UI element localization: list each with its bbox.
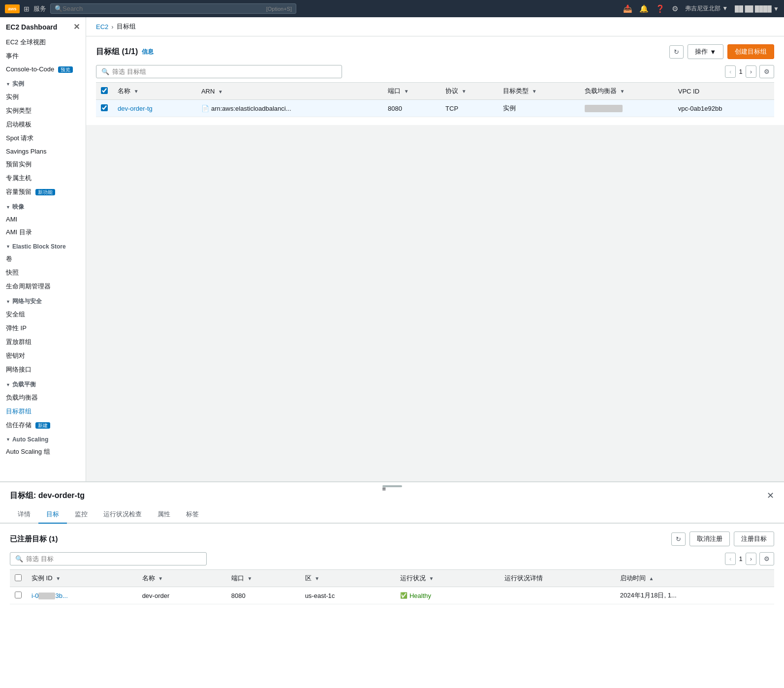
sidebar-item-instance-types[interactable]: 实例类型: [0, 104, 86, 118]
search-shortcut: [Option+S]: [266, 6, 292, 12]
global-search[interactable]: 🔍 [Option+S]: [50, 3, 296, 14]
section-auto-scaling: Auto Scaling: [0, 432, 86, 445]
sidebar-item-snapshots[interactable]: 快照: [0, 266, 86, 280]
subcol-start-time: 启动时间 ▲: [615, 570, 774, 587]
instance-health-details-cell: [500, 587, 615, 604]
subtable-prev-button[interactable]: ‹: [725, 553, 736, 565]
section-load-balancing: 负载平衡: [0, 376, 86, 391]
subtable-row[interactable]: i-0████3b... dev-order 8080 us-east-1c ✅…: [10, 587, 774, 604]
sidebar-item-target-groups[interactable]: 目标群组: [0, 405, 86, 418]
breadcrumb-ec2-link[interactable]: EC2: [96, 23, 108, 31]
sidebar-header: EC2 Dashboard ✕: [0, 17, 86, 35]
instance-port-cell: 8080: [226, 587, 300, 604]
table-header-row: 目标组 (1/1) 信息 ↻ 操作 ▼ 创建目标组: [96, 44, 774, 59]
sidebar-item-console-to-code[interactable]: Console-to-Code 预览: [0, 63, 86, 76]
search-input[interactable]: [63, 5, 262, 12]
sidebar-item-instances[interactable]: 实例: [0, 90, 86, 104]
actions-dropdown-icon: ▼: [710, 48, 716, 56]
sidebar-close-button[interactable]: ✕: [73, 22, 80, 31]
subtable-select-all[interactable]: [15, 574, 22, 581]
col-arn: ARN ▼: [196, 83, 383, 100]
notifications-icon[interactable]: 📥: [623, 4, 632, 13]
select-all-checkbox[interactable]: [101, 87, 108, 94]
account-menu[interactable]: ██ ██ ████ ▼: [735, 5, 779, 12]
prev-page-button[interactable]: ‹: [725, 65, 736, 78]
sidebar-item-ami-catalog[interactable]: AMI 目录: [0, 225, 86, 239]
tab-health-check[interactable]: 运行状况检查: [95, 506, 150, 524]
subtable-search-input[interactable]: [26, 555, 201, 563]
subtable-row-checkbox[interactable]: [15, 592, 22, 598]
sidebar-item-auto-scaling-groups[interactable]: Auto Scaling 组: [0, 445, 86, 459]
subcol-name: 名称 ▼: [137, 570, 226, 587]
cancel-registration-button[interactable]: 取消注册: [690, 532, 730, 546]
sidebar-item-network-interfaces[interactable]: 网络接口: [0, 363, 86, 376]
sidebar-title: EC2 Dashboard: [6, 23, 57, 31]
protocol-cell: TCP: [440, 100, 498, 117]
section-network-security: 网络与安全: [0, 293, 86, 308]
target-groups-table: 名称 ▼ ARN ▼ 端口 ▼ 协议 ▼ 目标类型 ▼ 负载均衡器 ▼ VPC …: [96, 82, 774, 117]
sidebar-item-load-balancers[interactable]: 负载均衡器: [0, 391, 86, 405]
settings-icon[interactable]: ⚙: [672, 4, 678, 13]
sidebar-item-capacity-reservations[interactable]: 容量预留 新功能: [0, 185, 86, 199]
create-target-group-button[interactable]: 创建目标组: [727, 44, 774, 59]
col-port: 端口 ▼: [383, 83, 440, 100]
subtable-search-icon: 🔍: [15, 555, 23, 563]
registered-targets-table: 实例 ID ▼ 名称 ▼ 端口 ▼ 区 ▼ 运行状况 ▼ 运行状况详情 启动时间…: [10, 569, 774, 604]
tab-tags[interactable]: 标签: [178, 506, 207, 524]
instance-id-link[interactable]: i-0████3b...: [31, 592, 68, 599]
target-type-cell: 实例: [498, 100, 580, 117]
subtable-next-button[interactable]: ›: [746, 553, 756, 565]
sidebar-item-elastic-ip[interactable]: 弹性 IP: [0, 321, 86, 335]
tab-targets[interactable]: 目标: [38, 506, 67, 524]
instance-name-cell: dev-order: [137, 587, 226, 604]
actions-button[interactable]: 操作 ▼: [688, 44, 723, 59]
grid-icon[interactable]: ⊞: [24, 5, 30, 13]
sidebar-item-dedicated-hosts[interactable]: 专属主机: [0, 171, 86, 185]
col-vpc-id: VPC ID: [673, 83, 774, 100]
sidebar-item-ami[interactable]: AMI: [0, 213, 86, 225]
table-search-input[interactable]: [112, 68, 337, 75]
tab-monitoring[interactable]: 监控: [67, 506, 95, 524]
instance-start-time-cell: 2024年1月18日, 1...: [615, 587, 774, 604]
sidebar-item-ec2-global-view[interactable]: EC2 全球视图: [0, 35, 86, 49]
info-link[interactable]: 信息: [142, 48, 154, 56]
breadcrumb: EC2 › 目标组: [86, 17, 784, 36]
subcol-health-details: 运行状况详情: [500, 570, 615, 587]
refresh-button[interactable]: ↻: [669, 45, 684, 59]
table-settings-button[interactable]: ⚙: [759, 65, 774, 78]
sidebar-item-volumes[interactable]: 卷: [0, 252, 86, 266]
sidebar-item-events[interactable]: 事件: [0, 49, 86, 63]
row-checkbox[interactable]: [101, 104, 108, 111]
instance-health-cell: ✅ Healthy: [395, 587, 500, 604]
services-menu[interactable]: 服务: [33, 4, 46, 13]
next-page-button[interactable]: ›: [746, 65, 756, 78]
sidebar-item-placement-groups[interactable]: 置放群组: [0, 335, 86, 349]
breadcrumb-separator: ›: [111, 23, 113, 31]
help-icon[interactable]: ❓: [656, 4, 665, 13]
sidebar-item-launch-templates[interactable]: 启动模板: [0, 118, 86, 131]
target-group-name-link[interactable]: dev-order-tg: [118, 105, 153, 112]
region-selector[interactable]: 弗吉尼亚北部 ▼: [685, 4, 728, 13]
drawer-close-button[interactable]: ✕: [767, 490, 774, 501]
sidebar-item-savings-plans[interactable]: Savings Plans: [0, 145, 86, 157]
drawer-drag-handle[interactable]: ≡: [0, 482, 784, 490]
subcol-instance-id: 实例 ID ▼: [27, 570, 137, 587]
sidebar-item-security-groups[interactable]: 安全组: [0, 308, 86, 321]
register-targets-button[interactable]: 注册目标: [734, 532, 774, 546]
tab-details[interactable]: 详情: [10, 506, 38, 524]
port-cell: 8080: [383, 100, 440, 117]
tab-attributes[interactable]: 属性: [150, 506, 178, 524]
bell-icon[interactable]: 🔔: [639, 4, 649, 13]
sidebar-item-reserved-instances[interactable]: 预留实例: [0, 157, 86, 171]
sidebar-item-trust-stores[interactable]: 信任存储 新建: [0, 418, 86, 432]
sidebar-item-spot-requests[interactable]: Spot 请求: [0, 131, 86, 145]
arn-cell: 📄arn:aws:elasticloadbalanci...: [196, 100, 383, 117]
table-row[interactable]: dev-order-tg 📄arn:aws:elasticloadbalanci…: [96, 100, 774, 117]
sidebar-item-key-pairs[interactable]: 密钥对: [0, 349, 86, 363]
trust-stores-badge: 新建: [35, 422, 50, 429]
main-panel: 目标组 (1/1) 信息 ↻ 操作 ▼ 创建目标组 🔍: [86, 36, 784, 125]
subtable-settings-button[interactable]: ⚙: [759, 552, 774, 565]
sidebar-item-lifecycle-manager[interactable]: 生命周期管理器: [0, 280, 86, 293]
section-instances: 实例: [0, 76, 86, 90]
subtable-refresh-button[interactable]: ↻: [671, 532, 686, 546]
